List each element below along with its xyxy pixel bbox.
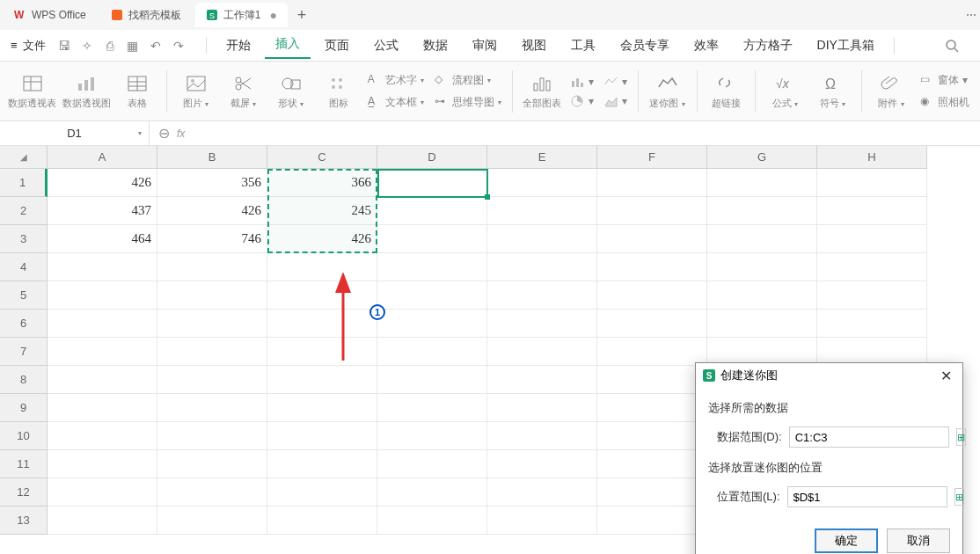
cell[interactable] xyxy=(817,253,927,281)
cancel-button[interactable]: 取消 xyxy=(887,528,950,553)
cell[interactable] xyxy=(267,310,377,338)
cell[interactable] xyxy=(597,281,707,310)
fill-handle[interactable] xyxy=(485,194,490,200)
name-box[interactable]: D1 ▾ xyxy=(0,121,150,145)
cell[interactable] xyxy=(157,394,267,422)
cell[interactable] xyxy=(48,507,157,535)
cell[interactable] xyxy=(267,450,377,478)
cell[interactable] xyxy=(267,281,377,310)
cell[interactable] xyxy=(817,310,927,338)
dialog-close-button[interactable]: ✕ xyxy=(937,368,955,384)
ribbon-textbox[interactable]: A̲文本框 ▾ xyxy=(364,93,428,112)
cell[interactable] xyxy=(597,394,707,422)
cell[interactable] xyxy=(157,366,267,394)
cancel-icon[interactable]: ⊖ xyxy=(158,125,170,142)
cell[interactable] xyxy=(157,422,267,450)
cell[interactable] xyxy=(707,281,817,310)
row-header[interactable]: 4 xyxy=(0,253,48,281)
ok-button[interactable]: 确定 xyxy=(815,528,878,553)
row-header[interactable]: 6 xyxy=(0,310,48,338)
preview-icon[interactable]: ▦ xyxy=(125,38,141,54)
cell[interactable] xyxy=(377,366,487,394)
cell[interactable] xyxy=(48,253,157,281)
cell-A1[interactable]: 426 xyxy=(48,169,157,197)
menu-insert[interactable]: 插入 xyxy=(265,33,311,59)
cell[interactable] xyxy=(48,394,157,422)
cell[interactable] xyxy=(48,310,157,338)
cell[interactable] xyxy=(707,253,817,281)
cell[interactable] xyxy=(707,310,817,338)
cell-H1[interactable] xyxy=(817,169,927,197)
cell[interactable] xyxy=(267,366,377,394)
redo-icon[interactable]: ↷ xyxy=(171,38,186,54)
cell-F2[interactable] xyxy=(597,197,707,225)
row-header[interactable]: 3 xyxy=(0,225,48,253)
menu-fanggezi[interactable]: 方方格子 xyxy=(733,34,803,57)
cell-D1[interactable] xyxy=(377,169,487,197)
ribbon-symbol[interactable]: Ω 符号 ▾ xyxy=(810,65,854,117)
row-header[interactable]: 9 xyxy=(0,394,48,422)
row-header[interactable]: 10 xyxy=(0,422,48,450)
title-menu-icon[interactable]: ⋯ xyxy=(966,9,976,21)
cell[interactable] xyxy=(267,394,377,422)
chart-type-1[interactable]: ▾ xyxy=(567,74,597,90)
ribbon-sparkline[interactable]: 迷你图 ▾ xyxy=(646,65,690,117)
cell[interactable] xyxy=(597,478,707,507)
cell-C1[interactable]: 366 xyxy=(267,169,377,197)
cell[interactable] xyxy=(377,394,487,422)
cell[interactable] xyxy=(267,253,377,281)
cell-D3[interactable] xyxy=(377,225,487,253)
cell-E3[interactable] xyxy=(487,225,597,253)
cell-E1[interactable] xyxy=(487,169,597,197)
new-icon[interactable]: ✧ xyxy=(79,38,95,54)
cell[interactable] xyxy=(487,450,597,478)
cell[interactable] xyxy=(597,422,707,450)
data-range-input[interactable] xyxy=(789,426,949,448)
cell-A2[interactable]: 437 xyxy=(48,197,157,225)
ribbon-mindmap[interactable]: ⊶思维导图 ▾ xyxy=(431,93,505,112)
ribbon-pivot-view[interactable]: 数据透视图 xyxy=(62,65,113,117)
ribbon-flowchart[interactable]: ◇流程图 ▾ xyxy=(431,71,505,90)
cell[interactable] xyxy=(157,253,267,281)
menu-review[interactable]: 审阅 xyxy=(462,34,508,57)
cell[interactable] xyxy=(157,310,267,338)
cell[interactable] xyxy=(48,450,157,478)
col-header[interactable]: G xyxy=(707,146,817,169)
menu-page[interactable]: 页面 xyxy=(314,34,360,57)
cell-C3[interactable]: 426 xyxy=(267,225,377,253)
save-icon[interactable]: 🖫 xyxy=(56,38,72,54)
cell[interactable] xyxy=(377,281,487,310)
cell[interactable] xyxy=(487,253,597,281)
cell[interactable] xyxy=(157,338,267,366)
cell[interactable] xyxy=(487,394,597,422)
cell[interactable] xyxy=(597,366,707,394)
cell[interactable] xyxy=(377,422,487,450)
row-header[interactable]: 12 xyxy=(0,478,48,507)
chart-type-2[interactable]: ▾ xyxy=(567,93,597,109)
cell-G1[interactable] xyxy=(707,169,817,197)
row-header[interactable]: 2 xyxy=(0,197,48,225)
row-header[interactable]: 8 xyxy=(0,366,48,394)
ribbon-table[interactable]: 表格 xyxy=(115,65,159,117)
cell[interactable] xyxy=(157,507,267,535)
menu-member[interactable]: 会员专享 xyxy=(610,34,680,57)
cell[interactable] xyxy=(377,338,487,366)
chart-type-4[interactable]: ▾ xyxy=(601,93,631,109)
cell[interactable] xyxy=(597,338,707,366)
cell-B3[interactable]: 746 xyxy=(157,225,267,253)
cell-E2[interactable] xyxy=(487,197,597,225)
cell[interactable] xyxy=(267,507,377,535)
cell[interactable] xyxy=(487,281,597,310)
menu-tools[interactable]: 工具 xyxy=(560,34,606,57)
tab-workbook[interactable]: S 工作簿1 ● xyxy=(195,3,288,27)
cell-B1[interactable]: 356 xyxy=(157,169,267,197)
col-header[interactable]: D xyxy=(377,146,487,169)
cell-B2[interactable]: 426 xyxy=(157,197,267,225)
ribbon-pivot-table[interactable]: 数据透视表 xyxy=(7,65,58,117)
cell[interactable] xyxy=(48,422,157,450)
ribbon-wordart[interactable]: A艺术字 ▾ xyxy=(364,71,428,90)
cell[interactable] xyxy=(377,450,487,478)
cell[interactable] xyxy=(48,366,157,394)
menu-efficiency[interactable]: 效率 xyxy=(684,34,729,57)
cell[interactable] xyxy=(597,450,707,478)
